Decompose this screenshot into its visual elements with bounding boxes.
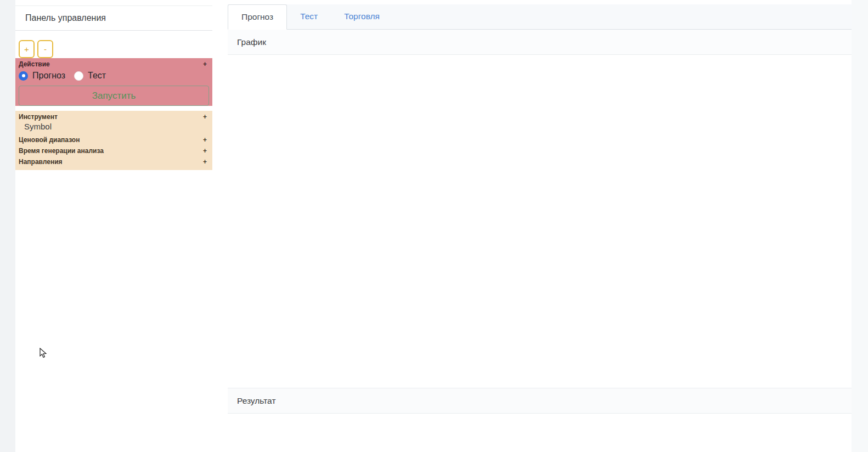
expand-icon[interactable]: + — [203, 158, 207, 166]
panel-title: Панель управления — [15, 5, 212, 31]
run-button[interactable]: Запустить — [19, 86, 209, 106]
section-directions-header: Направления + — [15, 156, 212, 167]
section-instrument: Инструмент + Symbol — [15, 111, 212, 134]
field-label-symbol: Symbol — [24, 122, 52, 131]
section-directions-title: Направления — [19, 158, 63, 166]
expand-icon[interactable]: + — [203, 136, 207, 144]
collapse-all-button[interactable]: - — [37, 40, 53, 58]
section-instrument-header: Инструмент + — [15, 111, 212, 122]
section-price-range: Ценовой диапазон + — [15, 134, 212, 145]
page-left-margin — [0, 0, 15, 452]
expand-collapse-controls: + - — [19, 40, 212, 58]
radio-test[interactable] — [74, 71, 83, 81]
section-generation-time: Время генерации анализа + — [15, 145, 212, 156]
radio-label-test: Тест — [88, 71, 106, 81]
expand-all-button[interactable]: + — [19, 40, 35, 58]
section-instrument-title: Инструмент — [19, 113, 58, 121]
instrument-fields: Symbol — [15, 122, 212, 134]
result-section-title: Результат — [228, 388, 852, 414]
section-action-title: Действие — [19, 60, 50, 68]
chart-area — [228, 55, 852, 388]
expand-icon[interactable]: + — [203, 60, 207, 68]
section-price-range-title: Ценовой диапазон — [19, 136, 80, 144]
page-right-margin — [852, 0, 868, 452]
action-radio-group: ПрогнозТест — [15, 69, 212, 84]
section-price-range-header: Ценовой диапазон + — [15, 134, 212, 145]
chart-section-title: График — [228, 30, 852, 55]
expand-icon[interactable]: + — [203, 113, 207, 121]
tab-bar: ПрогнозТестТорговля — [228, 4, 852, 30]
price-chart[interactable] — [228, 55, 852, 388]
radio-label-forecast: Прогноз — [32, 71, 65, 81]
tab-trading[interactable]: Торговля — [331, 4, 393, 29]
radio-option-test: Тест — [74, 71, 115, 81]
section-action-header: Действие + — [15, 58, 212, 69]
section-directions: Направления + — [15, 156, 212, 170]
result-grid — [228, 414, 852, 421]
radio-forecast[interactable] — [19, 71, 28, 81]
tab-test[interactable]: Тест — [287, 4, 331, 29]
field-row-symbol: Symbol — [15, 122, 212, 134]
tab-forecast[interactable]: Прогноз — [228, 4, 287, 30]
mouse-cursor — [40, 348, 47, 359]
control-panel: Панель управления + - Действие + Прогноз… — [15, 5, 212, 170]
section-generation-time-header: Время генерации анализа + — [15, 145, 212, 156]
expand-icon[interactable]: + — [203, 147, 207, 155]
section-action: Действие + ПрогнозТест Запустить — [15, 58, 212, 106]
main-content: ПрогнозТестТорговля График Результат — [228, 4, 852, 421]
section-generation-time-title: Время генерации анализа — [19, 147, 104, 155]
radio-option-forecast: Прогноз — [19, 71, 74, 81]
